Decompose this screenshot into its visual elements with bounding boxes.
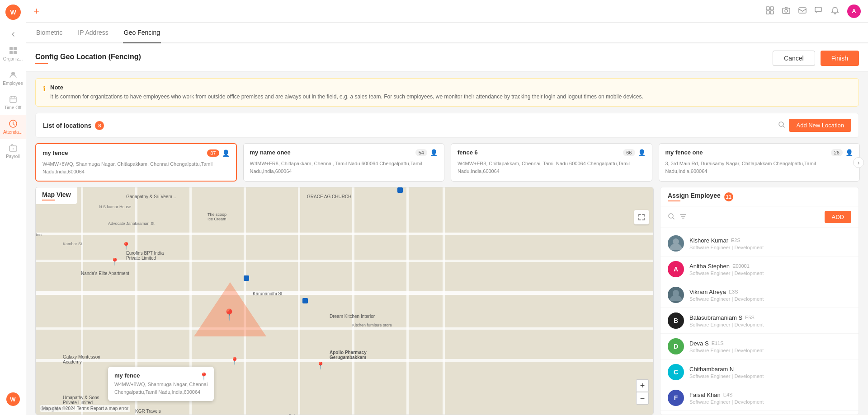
card-address-2: W4MW+FR8, Chitlapakkam, Chennai, Tamil N… (458, 160, 646, 175)
map-label-dream-kitchen: Dream Kitchen Interior (330, 314, 375, 319)
map-popup-location-icon: 📍 (199, 372, 208, 381)
map-pin-main[interactable]: 📍 (222, 308, 236, 321)
tabs-bar: Biometric IP Address Geo Fencing (26, 23, 868, 43)
employee-role-4: Software Engineer | Development (689, 348, 851, 353)
employee-item-1[interactable]: A Anitha Stephen E00001 Software Enginee… (660, 256, 859, 282)
map-zoom-out-button[interactable]: − (636, 392, 649, 405)
info-icon: ℹ (43, 84, 46, 93)
tab-ip-address[interactable]: IP Address (77, 23, 109, 43)
svg-rect-17 (815, 7, 821, 12)
back-button[interactable] (0, 27, 26, 42)
page-header: Config Geo Location (Fencing) Cancel Fin… (26, 43, 868, 72)
map-expand-icon[interactable] (634, 210, 649, 224)
card-name-0: my fence (42, 149, 68, 156)
map-label-advocate: Advocate Janakiraman St (108, 221, 155, 226)
map-label-ganapathy: Ganapathy & Sri Veera... (126, 194, 176, 199)
employee-avatar-4: D (668, 338, 684, 354)
svg-rect-10 (766, 7, 769, 10)
card-people-icon-2: 👤 (638, 149, 646, 156)
sidebar-item-payroll[interactable]: Payroll (0, 139, 26, 163)
map-zoom-in-button[interactable]: + (636, 379, 649, 392)
map-label-nandas: Nanda's Elite Apartment (81, 271, 129, 276)
card-count-1: 54 (415, 149, 427, 156)
card-people-icon-1: 👤 (430, 149, 438, 156)
map-pin-nandas: 📍 (110, 257, 119, 266)
location-card-0[interactable]: my fence 87 👤 W4MW+8WQ, Shanmuga Nagar, … (35, 143, 237, 182)
map-label-ns: N.S kumar House (99, 205, 131, 209)
chat-icon[interactable] (815, 6, 823, 16)
card-address-3: 3, 3rd Main Rd, Duraisamy Nagar, Chitlap… (665, 160, 854, 175)
assign-employee-panel: Assign Employee 11 (660, 187, 859, 415)
add-employee-button[interactable]: ADD (825, 211, 851, 223)
map-pin-eurofins: 📍 (122, 242, 131, 250)
map-label-grace: GRACE AG CHURCH (307, 194, 351, 199)
expand-icon[interactable] (766, 6, 774, 16)
card-name-3: my fence one (665, 149, 703, 156)
add-button[interactable]: + (33, 5, 39, 17)
svg-rect-13 (770, 11, 774, 14)
employee-item-5[interactable]: C Chithambaram N Software Engineer | Dev… (660, 359, 859, 385)
employee-list: Kishore Kumar E2S Software Engineer | De… (660, 228, 859, 415)
location-card-1[interactable]: my name onee 54 👤 W4MW+FR8, Chitlapakkam… (243, 143, 445, 182)
content-area: Biometric IP Address Geo Fencing Config … (26, 23, 868, 415)
add-new-location-button[interactable]: Add New Location (789, 119, 851, 132)
finish-button[interactable]: Finish (821, 51, 859, 66)
assign-filter-icon[interactable] (679, 213, 687, 222)
map-attribution: Map data ©2024 Terms Report a map error (40, 405, 130, 412)
user-avatar-sidebar[interactable]: W (6, 392, 20, 406)
map-label-petrol: Petrol (289, 413, 300, 415)
assign-search-icon[interactable] (668, 213, 675, 222)
employee-role-2: Software Engineer | Development (689, 296, 851, 302)
map-marker-blue-1 (244, 275, 249, 281)
employee-info-2: Vikram Atreya E3S Software Engineer | De… (689, 289, 851, 302)
map-pin-apollo: 📍 (316, 361, 325, 370)
camera-icon[interactable] (782, 6, 790, 16)
sidebar: W Organiz... Employee Time Off (0, 0, 26, 415)
sidebar-item-timeoff[interactable]: Time Off (0, 90, 26, 115)
cancel-button[interactable]: Cancel (773, 51, 815, 66)
locations-search-icon[interactable] (778, 121, 785, 130)
assign-title: Assign Employee (668, 192, 721, 201)
employee-item-4[interactable]: D Deva S E11S Software Engineer | Develo… (660, 334, 859, 359)
employee-info-3: Balasubramaniam S E5S Software Engineer … (689, 314, 851, 327)
svg-rect-5 (14, 51, 17, 54)
topbar-left: + (33, 5, 39, 17)
sidebar-label-payroll: Payroll (6, 154, 20, 159)
sidebar-label-timeoff: Time Off (5, 105, 22, 110)
note-box: ℹ Note It is common for organizations to… (35, 78, 859, 107)
assign-actions: ADD (660, 206, 859, 228)
topbar-right: A (766, 5, 861, 18)
sidebar-item-employee[interactable]: Employee (0, 66, 26, 90)
svg-point-15 (785, 9, 788, 12)
svg-rect-14 (783, 8, 790, 14)
card-address-0: W4MW+8WQ, Shanmuga Nagar, Chitlapakkam, … (42, 160, 230, 175)
employee-avatar-0 (668, 235, 684, 252)
employee-item-3[interactable]: B Balasubramaniam S E5S Software Enginee… (660, 308, 859, 334)
sidebar-item-organize[interactable]: Organiz... (0, 42, 26, 66)
card-count-2: 66 (623, 149, 635, 156)
location-card-2[interactable]: fence 6 66 👤 W4MW+FR8, Chitlapakkam, Che… (451, 143, 652, 182)
employee-item-6[interactable]: F Faisal Khan E4S Software Engineer | De… (660, 385, 859, 411)
more-cards-button[interactable]: › (853, 157, 864, 168)
card-people-icon-3: 👤 (845, 149, 853, 156)
tab-biometric[interactable]: Biometric (35, 23, 63, 43)
app-logo[interactable]: W (5, 5, 21, 20)
employee-item-0[interactable]: Kishore Kumar E2S Software Engineer | De… (660, 231, 859, 256)
mail-icon[interactable] (798, 6, 807, 16)
location-card-3[interactable]: my fence one 26 👤 3, 3rd Main Rd, Durais… (659, 143, 860, 182)
employee-item-2[interactable]: Vikram Atreya E3S Software Engineer | De… (660, 282, 859, 308)
svg-rect-12 (766, 11, 769, 14)
employee-info-1: Anitha Stephen E00001 Software Engineer … (689, 263, 851, 276)
employee-info-6: Faisal Khan E4S Software Engineer | Deve… (689, 392, 851, 405)
employee-role-5: Software Engineer | Development (689, 373, 851, 379)
employee-name-4: Deva S E11S (689, 340, 851, 347)
main-content: + (26, 0, 868, 415)
user-avatar-topbar[interactable]: A (847, 5, 861, 18)
sidebar-label-organize: Organiz... (3, 56, 23, 61)
tab-geo-fencing[interactable]: Geo Fencing (123, 23, 161, 43)
svg-rect-7 (10, 97, 16, 103)
sidebar-label-employee: Employee (3, 81, 23, 86)
bell-icon[interactable] (831, 6, 839, 16)
note-text: It is common for organizations to have e… (50, 93, 643, 101)
sidebar-item-attendance[interactable]: Attenda... (0, 115, 26, 139)
